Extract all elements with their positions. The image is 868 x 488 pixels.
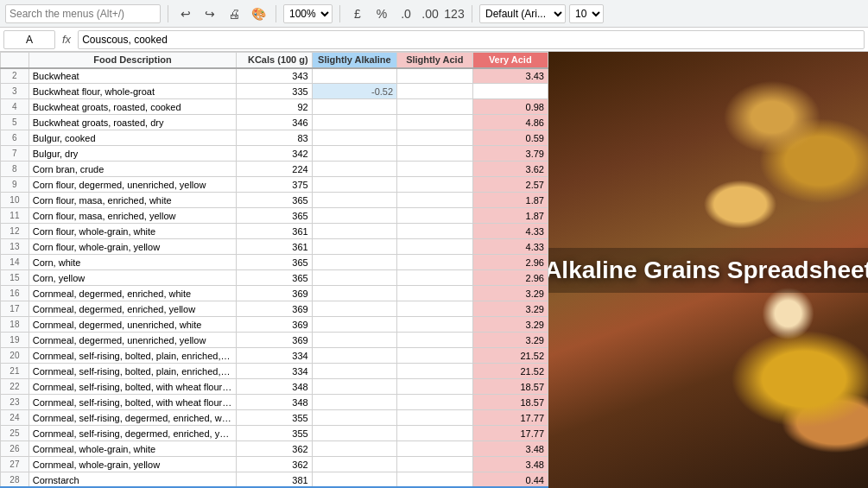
font-size-select[interactable]: 10 (569, 4, 604, 23)
slightly-alkaline-cell[interactable] (312, 286, 396, 301)
slightly-acid-cell[interactable] (397, 348, 472, 364)
table-row[interactable]: 6Bulgur, cooked830.59 (1, 130, 548, 146)
very-acid-cell[interactable]: 3.79 (472, 146, 548, 162)
slightly-acid-cell[interactable] (397, 426, 472, 441)
table-row[interactable]: 24Cornmeal, self-rising, degermed, enric… (1, 410, 548, 426)
slightly-alkaline-cell[interactable] (312, 426, 396, 441)
food-name-cell[interactable]: Buckwheat (29, 68, 236, 84)
table-row[interactable]: 7Bulgur, dry3423.79 (1, 146, 548, 162)
very-acid-cell[interactable]: 18.57 (472, 379, 548, 395)
very-acid-cell[interactable]: 0.44 (472, 472, 548, 488)
kcal-cell[interactable]: 365 (237, 193, 312, 208)
kcal-cell[interactable]: 335 (237, 84, 312, 99)
very-acid-cell[interactable]: 3.48 (472, 457, 548, 472)
slightly-acid-cell[interactable] (397, 379, 472, 395)
slightly-alkaline-cell[interactable] (312, 441, 396, 457)
slightly-alkaline-cell[interactable] (312, 193, 396, 208)
slightly-alkaline-cell[interactable] (312, 99, 396, 115)
food-name-cell[interactable]: Cornmeal, degermed, enriched, white (29, 286, 236, 301)
table-row[interactable]: 14Corn, white3652.96 (1, 255, 548, 270)
table-row[interactable]: 21Cornmeal, self-rising, bolted, plain, … (1, 364, 548, 379)
kcal-cell[interactable]: 224 (237, 162, 312, 177)
very-acid-cell[interactable]: 2.96 (472, 270, 548, 286)
col-c-header[interactable]: Slightly Alkaline (312, 53, 396, 68)
very-acid-cell[interactable]: 3.48 (472, 441, 548, 457)
font-family-select[interactable]: Default (Ari... (479, 4, 566, 23)
kcal-cell[interactable]: 355 (237, 426, 312, 441)
cell-reference-input[interactable] (3, 30, 55, 49)
kcal-cell[interactable]: 348 (237, 395, 312, 410)
kcal-cell[interactable]: 334 (237, 348, 312, 364)
kcal-cell[interactable]: 346 (237, 115, 312, 130)
kcal-cell[interactable]: 355 (237, 410, 312, 426)
slightly-alkaline-cell[interactable] (312, 224, 396, 239)
slightly-alkaline-cell[interactable] (312, 301, 396, 317)
slightly-acid-cell[interactable] (397, 68, 472, 84)
slightly-alkaline-cell[interactable] (312, 115, 396, 130)
kcal-cell[interactable]: 362 (237, 457, 312, 472)
kcal-cell[interactable]: 362 (237, 441, 312, 457)
table-row[interactable]: 22Cornmeal, self-rising, bolted, with wh… (1, 379, 548, 395)
zoom-select[interactable]: 100% (283, 4, 333, 23)
slightly-alkaline-cell[interactable] (312, 457, 396, 472)
very-acid-cell[interactable]: 17.77 (472, 410, 548, 426)
kcal-cell[interactable]: 369 (237, 317, 312, 333)
table-row[interactable]: 8Corn bran, crude2243.62 (1, 162, 548, 177)
food-name-cell[interactable]: Cornmeal, self-rising, bolted, with whea… (29, 379, 236, 395)
very-acid-cell[interactable]: 0.59 (472, 130, 548, 146)
table-row[interactable]: 23Cornmeal, self-rising, bolted, with wh… (1, 395, 548, 410)
kcal-cell[interactable]: 361 (237, 239, 312, 255)
slightly-alkaline-cell[interactable] (312, 162, 396, 177)
col-e-header[interactable]: Very Acid (472, 53, 548, 68)
food-name-cell[interactable]: Cornmeal, whole-grain, yellow (29, 457, 236, 472)
slightly-acid-cell[interactable] (397, 286, 472, 301)
table-row[interactable]: 3Buckwheat flour, whole-groat335-0.52 (1, 84, 548, 99)
slightly-acid-cell[interactable] (397, 162, 472, 177)
very-acid-cell[interactable]: 21.52 (472, 348, 548, 364)
slightly-alkaline-cell[interactable] (312, 317, 396, 333)
slightly-acid-cell[interactable] (397, 193, 472, 208)
very-acid-cell[interactable]: 3.29 (472, 286, 548, 301)
food-name-cell[interactable]: Cornmeal, self-rising, degermed, enriche… (29, 426, 236, 441)
slightly-acid-cell[interactable] (397, 333, 472, 348)
food-name-cell[interactable]: Corn, white (29, 255, 236, 270)
food-name-cell[interactable]: Corn flour, whole-grain, white (29, 224, 236, 239)
kcal-cell[interactable]: 369 (237, 301, 312, 317)
slightly-alkaline-cell[interactable] (312, 395, 396, 410)
slightly-acid-cell[interactable] (397, 208, 472, 224)
table-row[interactable]: 13Corn flour, whole-grain, yellow3614.33 (1, 239, 548, 255)
table-row[interactable]: 18Cornmeal, degermed, unenriched, white3… (1, 317, 548, 333)
food-name-cell[interactable]: Bulgur, dry (29, 146, 236, 162)
slightly-alkaline-cell[interactable] (312, 270, 396, 286)
redo-button[interactable]: ↪ (200, 4, 220, 23)
kcal-cell[interactable]: 343 (237, 68, 312, 84)
slightly-acid-cell[interactable] (397, 84, 472, 99)
spreadsheet[interactable]: Food Description KCals (100 g) Slightly … (0, 52, 548, 488)
table-row[interactable]: 16Cornmeal, degermed, enriched, white369… (1, 286, 548, 301)
kcal-cell[interactable]: 348 (237, 379, 312, 395)
percent-button[interactable]: % (371, 4, 392, 23)
kcal-cell[interactable]: 334 (237, 364, 312, 379)
slightly-acid-cell[interactable] (397, 99, 472, 115)
paint-format-button[interactable]: 🎨 (248, 4, 269, 23)
table-row[interactable]: 11Corn flour, masa, enriched, yellow3651… (1, 208, 548, 224)
food-name-cell[interactable]: Corn, yellow (29, 270, 236, 286)
food-name-cell[interactable]: Corn flour, masa, enriched, white (29, 193, 236, 208)
slightly-acid-cell[interactable] (397, 410, 472, 426)
very-acid-cell[interactable]: 17.77 (472, 426, 548, 441)
slightly-acid-cell[interactable] (397, 317, 472, 333)
col-b-header[interactable]: KCals (100 g) (237, 53, 312, 68)
food-name-cell[interactable]: Cornstarch (29, 472, 236, 488)
very-acid-cell[interactable]: 4.86 (472, 115, 548, 130)
food-name-cell[interactable]: Buckwheat groats, roasted, cooked (29, 99, 236, 115)
kcal-cell[interactable]: 342 (237, 146, 312, 162)
slightly-acid-cell[interactable] (397, 270, 472, 286)
food-name-cell[interactable]: Corn bran, crude (29, 162, 236, 177)
kcal-cell[interactable]: 369 (237, 286, 312, 301)
slightly-acid-cell[interactable] (397, 224, 472, 239)
very-acid-cell[interactable]: 1.87 (472, 208, 548, 224)
very-acid-cell[interactable]: 4.33 (472, 239, 548, 255)
print-button[interactable]: 🖨 (224, 4, 244, 23)
food-name-cell[interactable]: Corn flour, whole-grain, yellow (29, 239, 236, 255)
col-a-header[interactable]: Food Description (29, 53, 236, 68)
